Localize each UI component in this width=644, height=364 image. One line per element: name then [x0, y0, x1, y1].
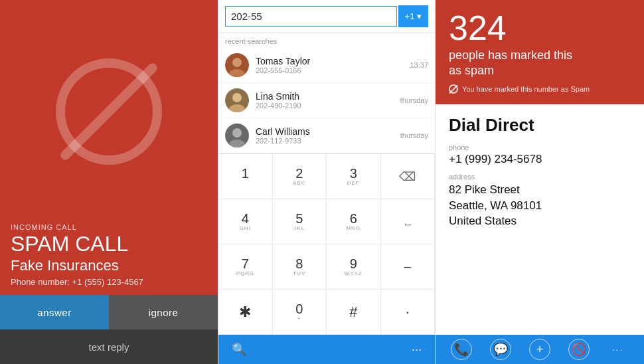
dialpad-key-4[interactable]: 4GHI: [218, 199, 273, 244]
dialpad-key-0[interactable]: 0+: [273, 290, 327, 335]
block-icon[interactable]: 🚫: [568, 339, 590, 360]
contact-name: Carl Williams: [256, 126, 400, 137]
dialpad-key-2[interactable]: 2ABC: [273, 154, 327, 199]
dialpad-key-7[interactable]: 7PQRS: [218, 244, 273, 290]
phone-label: phone: [449, 143, 631, 151]
dialpad-key-9[interactable]: 9WXYZ: [327, 244, 381, 290]
search-input[interactable]: [225, 6, 397, 27]
contact-name: Tomas Taylor: [256, 56, 410, 66]
spam-marked-badge: You have marked this number as Spam: [449, 84, 631, 94]
spam-count-number: 324: [449, 11, 631, 45]
dialpad-key-8[interactable]: 8TUV: [273, 244, 327, 290]
spam-icon-area: [0, 0, 218, 223]
svg-point-7: [232, 128, 242, 137]
ignore-button[interactable]: ignore: [109, 295, 218, 329]
dialpad: 1 2ABC 3DEF ⌫ 4GHI 5JKL 6MNO ⎵ 7PQRS 8TU…: [218, 153, 435, 335]
contact-phone: 202-112-9733: [256, 137, 400, 145]
contact-phone: 202-555-0166: [256, 66, 410, 74]
address-value: 82 Pike StreetSeattle, WA 98101United St…: [449, 182, 631, 229]
phone-icon[interactable]: 📞: [451, 339, 472, 360]
spam-text-line1: people has marked this: [449, 48, 572, 62]
contact-time: 13:37: [410, 61, 428, 69]
more-icon[interactable]: ···: [412, 343, 422, 357]
caller-name: Fake Insurances: [11, 257, 207, 274]
dialpad-key-5[interactable]: 5JKL: [273, 199, 327, 244]
dialpad-key-backspace[interactable]: ⌫: [381, 154, 436, 199]
contact-item[interactable]: Tomas Taylor 202-555-0166 13:37: [218, 48, 435, 83]
avatar: [225, 124, 249, 147]
more-options-icon[interactable]: ···: [607, 339, 629, 360]
dialpad-key-space[interactable]: ⎵: [381, 199, 436, 244]
spam-marked-text: You have marked this number as Spam: [462, 85, 590, 93]
call-info: INCOMING CALL SPAM CALL Fake Insurances …: [0, 223, 218, 295]
contact-phone: 202-490-2190: [256, 102, 400, 110]
incoming-label: INCOMING CALL: [11, 223, 207, 231]
dialpad-key-6[interactable]: 6MNO: [327, 199, 381, 244]
contact-details: Tomas Taylor 202-555-0166: [256, 56, 410, 74]
address-label: address: [449, 173, 631, 181]
dial-direct-section: Dial Direct phone +1 (999) 234-5678 addr…: [436, 104, 644, 335]
right-panel: 324 people has marked this as spam You h…: [436, 0, 644, 364]
dialpad-key-hash[interactable]: #: [327, 290, 381, 335]
contact-item[interactable]: Lina Smith 202-490-2190 thursday: [218, 83, 435, 118]
contact-name: Lina Smith: [256, 91, 400, 102]
right-bottom-bar: 📞 💬 + 🚫 ···: [436, 335, 644, 364]
search-icon[interactable]: 🔍: [232, 342, 246, 357]
dial-direct-title: Dial Direct: [449, 115, 631, 136]
svg-point-4: [232, 93, 242, 102]
search-bar: +1 ▾: [218, 0, 435, 33]
dialpad-key-dash[interactable]: –: [381, 244, 436, 290]
contact-details: Lina Smith 202-490-2190: [256, 91, 400, 110]
dialpad-key-dot[interactable]: ·: [381, 290, 436, 335]
dialpad-key-star[interactable]: ✱: [218, 290, 273, 335]
svg-point-1: [232, 58, 242, 67]
text-reply-label: text reply: [89, 341, 129, 353]
dialpad-key-3[interactable]: 3DEF: [327, 154, 381, 199]
spam-title: SPAM CALL: [11, 232, 207, 256]
no-symbol-small-icon: [449, 84, 458, 94]
contact-time: thursday: [400, 132, 428, 139]
phone-value: +1 (999) 234-5678: [449, 153, 631, 166]
spam-count-section: 324 people has marked this as spam You h…: [436, 0, 644, 104]
no-symbol-icon: [56, 58, 162, 165]
spam-text-line2: as spam: [449, 64, 494, 77]
dialpad-key-1[interactable]: 1: [218, 154, 273, 199]
contact-item[interactable]: Carl Williams 202-112-9733 thursday: [218, 118, 435, 153]
avatar: [225, 53, 249, 77]
action-buttons: answer ignore: [0, 295, 218, 329]
middle-bottom-bar: 🔍 ···: [218, 335, 435, 364]
phone-number: Phone number: +1 (555) 123-4567: [11, 277, 207, 287]
spam-count-text: people has marked this as spam: [449, 48, 631, 79]
contact-details: Carl Williams 202-112-9733: [256, 126, 400, 145]
contact-time: thursday: [400, 96, 428, 104]
middle-panel: +1 ▾ recent searches Tomas Taylor 202-55…: [218, 0, 436, 364]
answer-button[interactable]: answer: [0, 295, 109, 329]
text-reply-bar[interactable]: text reply: [0, 329, 218, 364]
contact-list: Tomas Taylor 202-555-0166 13:37 Lina Smi…: [218, 48, 435, 153]
country-code-button[interactable]: +1 ▾: [398, 5, 428, 27]
avatar: [225, 88, 249, 112]
left-panel: INCOMING CALL SPAM CALL Fake Insurances …: [0, 0, 218, 364]
recent-searches-label: recent searches: [218, 33, 435, 48]
add-icon[interactable]: +: [529, 339, 550, 360]
message-icon[interactable]: 💬: [490, 339, 511, 360]
